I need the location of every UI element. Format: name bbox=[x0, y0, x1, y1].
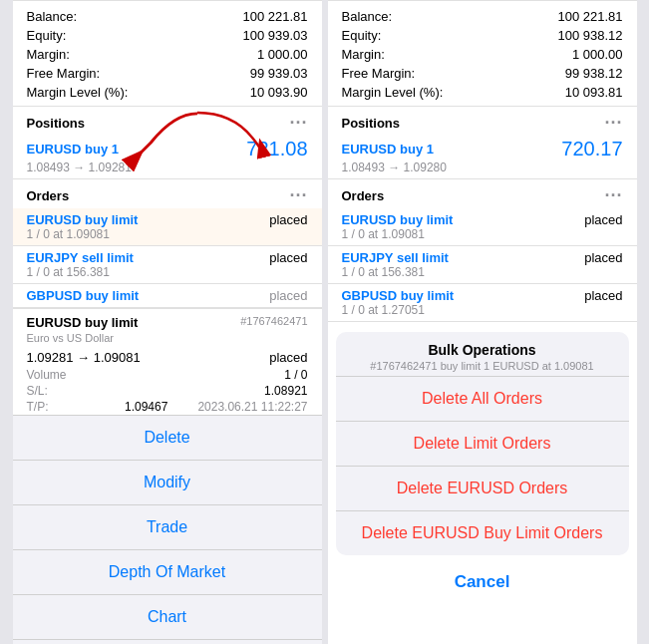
account-row: Free Margin: 99 939.03 bbox=[27, 64, 308, 83]
delete-all-orders-button[interactable]: Delete All Orders bbox=[336, 376, 629, 421]
delete-eurusd-buy-limit-button[interactable]: Delete EURUSD Buy Limit Orders bbox=[336, 510, 629, 555]
right-order-eurjpy[interactable]: EURJPY sell limit placed 1 / 0 at 156.38… bbox=[328, 246, 637, 284]
order-gbpusd[interactable]: GBPUSD buy limit placed bbox=[13, 284, 322, 308]
account-row: Balance: 100 221.81 bbox=[342, 7, 623, 26]
account-row: Free Margin: 99 938.12 bbox=[342, 64, 623, 83]
account-row: Margin Level (%): 10 093.90 bbox=[27, 83, 308, 102]
position-item[interactable]: EURUSD buy 1 721.08 1.08493 → 1.09281 bbox=[13, 136, 322, 179]
right-position-item[interactable]: EURUSD buy 1 720.17 1.08493 → 1.09280 bbox=[328, 136, 637, 179]
bulk-operations-button[interactable]: Bulk Operations... bbox=[13, 640, 322, 644]
left-header: 717.22 EUR + bbox=[13, 0, 322, 1]
account-row: Margin Level (%): 10 093.81 bbox=[342, 83, 623, 102]
delete-limit-orders-button[interactable]: Delete Limit Orders bbox=[336, 421, 629, 466]
expanded-order-detail: EURUSD buy limit #1767462471 Euro vs US … bbox=[13, 308, 322, 415]
trade-button[interactable]: Trade bbox=[13, 505, 322, 550]
modify-button[interactable]: Modify bbox=[13, 461, 322, 505]
right-orders-header: Orders ··· bbox=[328, 179, 637, 208]
right-order-eurusd[interactable]: EURUSD buy limit placed 1 / 0 at 1.09081 bbox=[328, 208, 637, 246]
left-account-section: Balance: 100 221.81 Equity: 100 939.03 M… bbox=[13, 1, 322, 107]
bulk-operations-overlay: Bulk Operations #1767462471 buy limit 1 … bbox=[328, 322, 637, 615]
right-header: 716.31 EUR + bbox=[328, 0, 637, 1]
expanded-volume-row: Volume 1 / 0 bbox=[13, 367, 322, 383]
account-row: Balance: 100 221.81 bbox=[27, 7, 308, 26]
depth-of-market-button[interactable]: Depth Of Market bbox=[13, 550, 322, 595]
context-menu: Delete Modify Trade Depth Of Market Char… bbox=[13, 415, 322, 644]
right-positions-header: Positions ··· bbox=[328, 107, 637, 136]
expanded-sl-row: S/L: 1.08921 bbox=[13, 383, 322, 399]
account-row: Equity: 100 939.03 bbox=[27, 26, 308, 45]
right-order-gbpusd[interactable]: GBPUSD buy limit placed 1 / 0 at 1.27051 bbox=[328, 284, 637, 322]
cancel-button[interactable]: Cancel bbox=[336, 559, 629, 605]
delete-eurusd-orders-button[interactable]: Delete EURUSD Orders bbox=[336, 466, 629, 510]
expanded-tp-row: T/P:1.094672023.06.21 11:22:27 bbox=[13, 399, 322, 415]
left-screen: 717.22 EUR + Balance: 100 221.81 Equity:… bbox=[13, 0, 322, 644]
bulk-ops-header: Bulk Operations #1767462471 buy limit 1 … bbox=[336, 332, 629, 376]
right-screen: 716.31 EUR + Balance: 100 221.81 Equity:… bbox=[328, 0, 637, 644]
account-row: Margin: 1 000.00 bbox=[342, 45, 623, 64]
delete-button[interactable]: Delete bbox=[13, 416, 322, 461]
account-row: Equity: 100 938.12 bbox=[342, 26, 623, 45]
right-account-section: Balance: 100 221.81 Equity: 100 938.12 M… bbox=[328, 1, 637, 107]
account-row: Margin: 1 000.00 bbox=[27, 45, 308, 64]
positions-header: Positions ··· bbox=[13, 107, 322, 136]
orders-menu[interactable]: ··· bbox=[289, 185, 307, 206]
bulk-ops-panel: Bulk Operations #1767462471 buy limit 1 … bbox=[336, 332, 629, 555]
right-orders-menu[interactable]: ··· bbox=[604, 185, 622, 206]
chart-button[interactable]: Chart bbox=[13, 595, 322, 640]
order-eurjpy[interactable]: EURJPY sell limit placed 1 / 0 at 156.38… bbox=[13, 246, 322, 284]
positions-menu[interactable]: ··· bbox=[289, 113, 307, 134]
right-positions-menu[interactable]: ··· bbox=[604, 113, 622, 134]
orders-header: Orders ··· bbox=[13, 179, 322, 208]
order-eurusd[interactable]: EURUSD buy limit placed 1 / 0 at 1.09081 bbox=[13, 208, 322, 246]
